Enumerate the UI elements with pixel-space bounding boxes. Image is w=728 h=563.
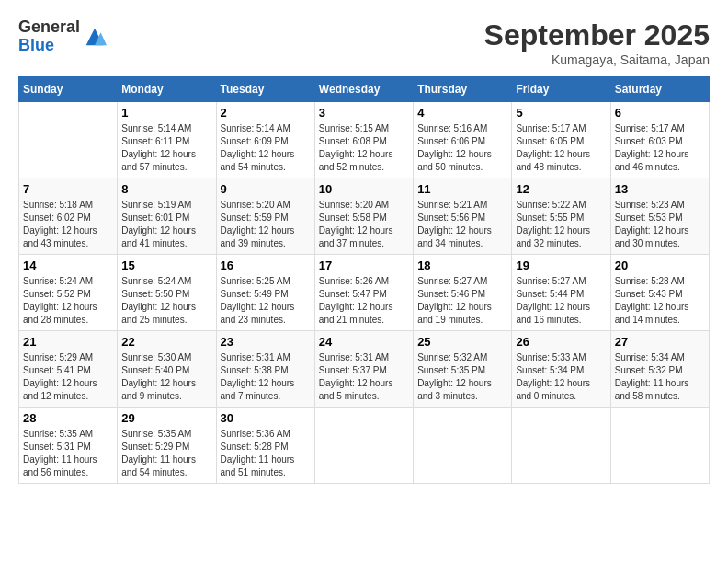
calendar-day-cell: 26Sunrise: 5:33 AM Sunset: 5:34 PM Dayli… — [512, 331, 610, 408]
weekday-header-row: SundayMondayTuesdayWednesdayThursdayFrid… — [19, 77, 710, 102]
weekday-header: Friday — [512, 77, 610, 102]
calendar-day-cell — [19, 102, 118, 178]
day-info: Sunrise: 5:28 AM Sunset: 5:43 PM Dayligh… — [615, 275, 705, 327]
calendar-day-cell: 10Sunrise: 5:20 AM Sunset: 5:58 PM Dayli… — [314, 178, 413, 255]
calendar-day-cell: 6Sunrise: 5:17 AM Sunset: 6:03 PM Daylig… — [610, 102, 709, 178]
day-info: Sunrise: 5:17 AM Sunset: 6:05 PM Dayligh… — [516, 122, 606, 174]
calendar-week-row: 1Sunrise: 5:14 AM Sunset: 6:11 PM Daylig… — [19, 102, 710, 178]
calendar-day-cell: 17Sunrise: 5:26 AM Sunset: 5:47 PM Dayli… — [314, 255, 413, 331]
day-info: Sunrise: 5:14 AM Sunset: 6:11 PM Dayligh… — [121, 122, 211, 174]
day-info: Sunrise: 5:29 AM Sunset: 5:41 PM Dayligh… — [23, 351, 113, 403]
day-info: Sunrise: 5:32 AM Sunset: 5:35 PM Dayligh… — [417, 351, 507, 403]
day-info: Sunrise: 5:33 AM Sunset: 5:34 PM Dayligh… — [516, 351, 606, 403]
calendar-day-cell: 29Sunrise: 5:35 AM Sunset: 5:29 PM Dayli… — [118, 408, 216, 484]
calendar-day-cell: 27Sunrise: 5:34 AM Sunset: 5:32 PM Dayli… — [610, 331, 709, 408]
day-info: Sunrise: 5:24 AM Sunset: 5:50 PM Dayligh… — [121, 275, 211, 327]
calendar-day-cell: 11Sunrise: 5:21 AM Sunset: 5:56 PM Dayli… — [414, 178, 512, 255]
day-number: 14 — [23, 259, 113, 272]
day-number: 2 — [221, 106, 311, 120]
day-number: 11 — [417, 182, 507, 196]
day-number: 7 — [23, 182, 113, 196]
day-number: 23 — [221, 335, 311, 349]
calendar-day-cell: 18Sunrise: 5:27 AM Sunset: 5:46 PM Dayli… — [414, 255, 512, 331]
day-info: Sunrise: 5:18 AM Sunset: 6:02 PM Dayligh… — [23, 199, 113, 250]
calendar-day-cell: 19Sunrise: 5:27 AM Sunset: 5:44 PM Dayli… — [512, 255, 610, 331]
title-block: September 2025 Kumagaya, Saitama, Japan — [484, 18, 710, 67]
day-info: Sunrise: 5:21 AM Sunset: 5:56 PM Dayligh… — [417, 199, 507, 250]
day-number: 29 — [121, 411, 211, 425]
day-number: 9 — [221, 182, 311, 196]
calendar-day-cell: 8Sunrise: 5:19 AM Sunset: 6:01 PM Daylig… — [118, 178, 216, 255]
location: Kumagaya, Saitama, Japan — [484, 52, 710, 67]
weekday-header: Sunday — [19, 77, 118, 102]
calendar-day-cell: 3Sunrise: 5:15 AM Sunset: 6:08 PM Daylig… — [314, 102, 413, 178]
day-number: 28 — [23, 411, 113, 425]
calendar-day-cell: 21Sunrise: 5:29 AM Sunset: 5:41 PM Dayli… — [19, 331, 118, 408]
day-info: Sunrise: 5:30 AM Sunset: 5:40 PM Dayligh… — [121, 351, 211, 403]
calendar-day-cell: 1Sunrise: 5:14 AM Sunset: 6:11 PM Daylig… — [118, 102, 216, 178]
calendar-day-cell: 15Sunrise: 5:24 AM Sunset: 5:50 PM Dayli… — [118, 255, 216, 331]
day-info: Sunrise: 5:35 AM Sunset: 5:31 PM Dayligh… — [23, 428, 113, 479]
logo-blue: Blue — [18, 36, 54, 54]
calendar-week-row: 28Sunrise: 5:35 AM Sunset: 5:31 PM Dayli… — [19, 408, 710, 484]
day-info: Sunrise: 5:19 AM Sunset: 6:01 PM Dayligh… — [121, 199, 211, 250]
calendar-day-cell: 30Sunrise: 5:36 AM Sunset: 5:28 PM Dayli… — [216, 408, 314, 484]
calendar-day-cell: 12Sunrise: 5:22 AM Sunset: 5:55 PM Dayli… — [512, 178, 610, 255]
day-number: 17 — [319, 259, 409, 272]
calendar-day-cell: 23Sunrise: 5:31 AM Sunset: 5:38 PM Dayli… — [216, 331, 314, 408]
weekday-header: Tuesday — [216, 77, 314, 102]
day-number: 4 — [417, 106, 507, 120]
day-number: 22 — [121, 335, 211, 349]
day-number: 1 — [121, 106, 211, 120]
calendar-week-row: 14Sunrise: 5:24 AM Sunset: 5:52 PM Dayli… — [19, 255, 710, 331]
day-info: Sunrise: 5:24 AM Sunset: 5:52 PM Dayligh… — [23, 275, 113, 327]
day-info: Sunrise: 5:25 AM Sunset: 5:49 PM Dayligh… — [221, 275, 311, 327]
calendar-day-cell: 16Sunrise: 5:25 AM Sunset: 5:49 PM Dayli… — [216, 255, 314, 331]
month-title: September 2025 — [484, 18, 710, 52]
weekday-header: Wednesday — [314, 77, 413, 102]
calendar-day-cell — [610, 408, 709, 484]
calendar-day-cell: 5Sunrise: 5:17 AM Sunset: 6:05 PM Daylig… — [512, 102, 610, 178]
calendar-day-cell: 25Sunrise: 5:32 AM Sunset: 5:35 PM Dayli… — [414, 331, 512, 408]
day-info: Sunrise: 5:31 AM Sunset: 5:38 PM Dayligh… — [221, 351, 311, 403]
day-info: Sunrise: 5:20 AM Sunset: 5:59 PM Dayligh… — [221, 199, 311, 250]
day-info: Sunrise: 5:36 AM Sunset: 5:28 PM Dayligh… — [221, 428, 311, 479]
day-number: 19 — [516, 259, 606, 272]
day-number: 13 — [615, 182, 705, 196]
day-number: 10 — [319, 182, 409, 196]
day-info: Sunrise: 5:26 AM Sunset: 5:47 PM Dayligh… — [319, 275, 409, 327]
day-info: Sunrise: 5:27 AM Sunset: 5:46 PM Dayligh… — [417, 275, 507, 327]
day-number: 5 — [516, 106, 606, 120]
day-number: 16 — [221, 259, 311, 272]
logo: General Blue — [18, 18, 108, 55]
calendar-day-cell — [314, 408, 413, 484]
day-number: 18 — [417, 259, 507, 272]
calendar-week-row: 21Sunrise: 5:29 AM Sunset: 5:41 PM Dayli… — [19, 331, 710, 408]
day-info: Sunrise: 5:23 AM Sunset: 5:53 PM Dayligh… — [615, 199, 705, 250]
day-number: 30 — [221, 411, 311, 425]
calendar-table: SundayMondayTuesdayWednesdayThursdayFrid… — [18, 76, 710, 484]
day-number: 20 — [615, 259, 705, 272]
day-info: Sunrise: 5:34 AM Sunset: 5:32 PM Dayligh… — [615, 351, 705, 403]
calendar-day-cell — [512, 408, 610, 484]
calendar-day-cell: 28Sunrise: 5:35 AM Sunset: 5:31 PM Dayli… — [19, 408, 118, 484]
day-number: 12 — [516, 182, 606, 196]
calendar-day-cell: 22Sunrise: 5:30 AM Sunset: 5:40 PM Dayli… — [118, 331, 216, 408]
day-info: Sunrise: 5:16 AM Sunset: 6:06 PM Dayligh… — [417, 122, 507, 174]
day-number: 24 — [319, 335, 409, 349]
day-info: Sunrise: 5:35 AM Sunset: 5:29 PM Dayligh… — [121, 428, 211, 479]
calendar-day-cell: 24Sunrise: 5:31 AM Sunset: 5:37 PM Dayli… — [314, 331, 413, 408]
weekday-header: Thursday — [414, 77, 512, 102]
day-info: Sunrise: 5:17 AM Sunset: 6:03 PM Dayligh… — [615, 122, 705, 174]
day-number: 3 — [319, 106, 409, 120]
calendar-day-cell: 9Sunrise: 5:20 AM Sunset: 5:59 PM Daylig… — [216, 178, 314, 255]
calendar-day-cell: 13Sunrise: 5:23 AM Sunset: 5:53 PM Dayli… — [610, 178, 709, 255]
calendar-day-cell: 2Sunrise: 5:14 AM Sunset: 6:09 PM Daylig… — [216, 102, 314, 178]
calendar-day-cell — [414, 408, 512, 484]
logo-general: General — [18, 17, 80, 36]
day-info: Sunrise: 5:22 AM Sunset: 5:55 PM Dayligh… — [516, 199, 606, 250]
day-number: 27 — [615, 335, 705, 349]
calendar-day-cell: 4Sunrise: 5:16 AM Sunset: 6:06 PM Daylig… — [414, 102, 512, 178]
day-number: 6 — [615, 106, 705, 120]
day-number: 25 — [417, 335, 507, 349]
